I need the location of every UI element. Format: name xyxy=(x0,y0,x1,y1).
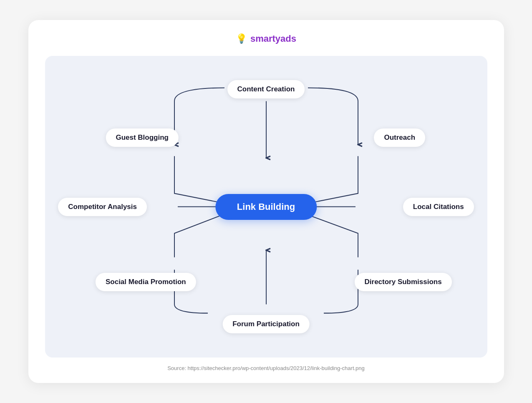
diagram-area: Link Building Content Creation Guest Blo… xyxy=(45,56,487,358)
source-text: Source: https://sitechecker.pro/wp-conte… xyxy=(167,365,365,371)
main-card: 💡 smartyads xyxy=(28,20,504,383)
node-outreach: Outreach xyxy=(374,128,425,147)
node-competitor-analysis: Competitor Analysis xyxy=(58,198,147,216)
logo: 💡 smartyads xyxy=(236,33,296,44)
logo-icon: 💡 xyxy=(236,33,247,44)
node-directory-submissions: Directory Submissions xyxy=(355,273,452,291)
logo-bold: smarty xyxy=(250,33,280,44)
node-social-media: Social Media Promotion xyxy=(96,273,196,291)
node-forum-participation: Forum Participation xyxy=(222,315,310,333)
node-local-citations: Local Citations xyxy=(403,198,474,216)
center-node: Link Building xyxy=(215,194,317,220)
node-content-creation: Content Creation xyxy=(227,80,305,98)
node-guest-blogging: Guest Blogging xyxy=(106,128,179,147)
logo-suffix: ads xyxy=(280,33,296,44)
logo-text: smartyads xyxy=(250,33,296,44)
